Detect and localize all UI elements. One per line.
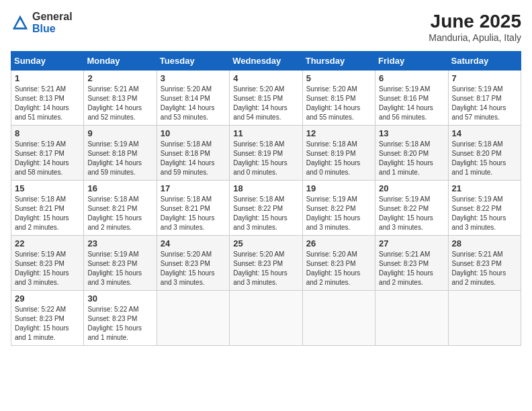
daylight-label: Daylight: 15 hours and 1 minute. xyxy=(452,159,506,176)
day-info: Sunrise: 5:18 AM Sunset: 8:22 PM Dayligh… xyxy=(233,195,298,232)
day-number: 21 xyxy=(452,183,517,193)
sunset-label: Sunset: 8:19 PM xyxy=(233,150,283,157)
day-number: 12 xyxy=(306,128,371,138)
sunrise-label: Sunrise: 5:20 AM xyxy=(161,85,212,93)
day-cell: 13 Sunrise: 5:18 AM Sunset: 8:20 PM Dayl… xyxy=(375,126,448,181)
day-info: Sunrise: 5:20 AM Sunset: 8:15 PM Dayligh… xyxy=(306,85,371,122)
day-cell: 2 Sunrise: 5:21 AM Sunset: 8:13 PM Dayli… xyxy=(84,71,157,126)
week-row-2: 8 Sunrise: 5:19 AM Sunset: 8:17 PM Dayli… xyxy=(11,126,521,181)
day-info: Sunrise: 5:19 AM Sunset: 8:22 PM Dayligh… xyxy=(452,195,517,232)
daylight-label: Daylight: 15 hours and 3 minutes. xyxy=(15,269,69,286)
sunrise-label: Sunrise: 5:19 AM xyxy=(306,195,357,203)
day-number: 27 xyxy=(379,238,444,248)
sunset-label: Sunset: 8:15 PM xyxy=(233,95,283,102)
day-cell: 18 Sunrise: 5:18 AM Sunset: 8:22 PM Dayl… xyxy=(230,181,302,236)
day-cell: 20 Sunrise: 5:19 AM Sunset: 8:22 PM Dayl… xyxy=(375,181,448,236)
daylight-label: Daylight: 14 hours and 53 minutes. xyxy=(161,104,215,121)
sunrise-label: Sunrise: 5:18 AM xyxy=(306,140,357,148)
sunset-label: Sunset: 8:18 PM xyxy=(161,150,210,157)
daylight-label: Daylight: 14 hours and 54 minutes. xyxy=(233,104,287,121)
sunset-label: Sunset: 8:21 PM xyxy=(161,205,210,212)
sunrise-label: Sunrise: 5:18 AM xyxy=(379,140,430,148)
sunset-label: Sunset: 8:17 PM xyxy=(452,95,502,102)
day-info: Sunrise: 5:19 AM Sunset: 8:22 PM Dayligh… xyxy=(379,195,444,232)
week-row-1: 1 Sunrise: 5:21 AM Sunset: 8:13 PM Dayli… xyxy=(11,71,521,126)
day-info: Sunrise: 5:20 AM Sunset: 8:23 PM Dayligh… xyxy=(233,250,298,287)
day-number: 18 xyxy=(233,183,298,193)
day-info: Sunrise: 5:18 AM Sunset: 8:18 PM Dayligh… xyxy=(161,140,226,177)
day-info: Sunrise: 5:20 AM Sunset: 8:23 PM Dayligh… xyxy=(161,250,226,287)
sunrise-label: Sunrise: 5:20 AM xyxy=(306,85,357,93)
day-number: 4 xyxy=(233,73,298,83)
day-cell: 16 Sunrise: 5:18 AM Sunset: 8:21 PM Dayl… xyxy=(84,181,157,236)
logo-blue: Blue xyxy=(32,23,56,34)
sunset-label: Sunset: 8:21 PM xyxy=(87,205,137,212)
day-number: 23 xyxy=(87,238,152,248)
day-cell xyxy=(448,291,521,346)
day-number: 2 xyxy=(87,73,152,83)
sunset-label: Sunset: 8:19 PM xyxy=(306,150,356,157)
day-header-saturday: Saturday xyxy=(448,52,521,71)
daylight-label: Daylight: 15 hours and 1 minute. xyxy=(379,159,433,176)
daylight-label: Daylight: 15 hours and 1 minute. xyxy=(15,324,69,341)
logo-general: General xyxy=(32,11,73,22)
sunset-label: Sunset: 8:23 PM xyxy=(87,260,137,267)
sunrise-label: Sunrise: 5:22 AM xyxy=(87,306,138,313)
day-header-thursday: Thursday xyxy=(302,52,375,71)
day-number: 8 xyxy=(15,128,80,138)
day-number: 19 xyxy=(306,183,371,193)
daylight-label: Daylight: 14 hours and 58 minutes. xyxy=(15,159,69,176)
day-info: Sunrise: 5:20 AM Sunset: 8:14 PM Dayligh… xyxy=(161,85,226,122)
sunrise-label: Sunrise: 5:18 AM xyxy=(452,140,503,148)
day-info: Sunrise: 5:22 AM Sunset: 8:23 PM Dayligh… xyxy=(87,305,152,342)
sunrise-label: Sunrise: 5:20 AM xyxy=(233,85,284,93)
sunset-label: Sunset: 8:14 PM xyxy=(161,95,210,102)
sunrise-label: Sunrise: 5:18 AM xyxy=(87,195,138,203)
day-cell: 25 Sunrise: 5:20 AM Sunset: 8:23 PM Dayl… xyxy=(230,236,302,291)
day-number: 3 xyxy=(161,73,226,83)
daylight-label: Daylight: 14 hours and 56 minutes. xyxy=(379,104,433,121)
sunrise-label: Sunrise: 5:19 AM xyxy=(15,250,66,258)
sunrise-label: Sunrise: 5:21 AM xyxy=(379,250,430,258)
daylight-label: Daylight: 15 hours and 0 minutes. xyxy=(306,159,361,176)
day-cell: 1 Sunrise: 5:21 AM Sunset: 8:13 PM Dayli… xyxy=(11,71,84,126)
sunset-label: Sunset: 8:23 PM xyxy=(15,315,64,322)
day-number: 22 xyxy=(15,238,80,248)
day-info: Sunrise: 5:19 AM Sunset: 8:17 PM Dayligh… xyxy=(452,85,517,122)
day-header-monday: Monday xyxy=(84,52,157,71)
sunrise-label: Sunrise: 5:18 AM xyxy=(161,140,212,148)
day-info: Sunrise: 5:21 AM Sunset: 8:13 PM Dayligh… xyxy=(15,85,80,122)
day-cell: 7 Sunrise: 5:19 AM Sunset: 8:17 PM Dayli… xyxy=(448,71,521,126)
day-info: Sunrise: 5:21 AM Sunset: 8:13 PM Dayligh… xyxy=(87,85,152,122)
day-cell: 4 Sunrise: 5:20 AM Sunset: 8:15 PM Dayli… xyxy=(230,71,302,126)
day-cell xyxy=(230,291,302,346)
daylight-label: Daylight: 15 hours and 3 minutes. xyxy=(233,269,287,286)
day-header-tuesday: Tuesday xyxy=(157,52,229,71)
sunrise-label: Sunrise: 5:21 AM xyxy=(87,85,138,93)
sunrise-label: Sunrise: 5:18 AM xyxy=(233,195,284,203)
day-cell: 28 Sunrise: 5:21 AM Sunset: 8:23 PM Dayl… xyxy=(448,236,521,291)
day-info: Sunrise: 5:22 AM Sunset: 8:23 PM Dayligh… xyxy=(15,305,80,342)
day-info: Sunrise: 5:18 AM Sunset: 8:19 PM Dayligh… xyxy=(233,140,298,177)
day-cell xyxy=(375,291,448,346)
calendar-table: SundayMondayTuesdayWednesdayThursdayFrid… xyxy=(11,51,521,346)
day-number: 9 xyxy=(87,128,152,138)
daylight-label: Daylight: 14 hours and 59 minutes. xyxy=(87,159,142,176)
day-number: 14 xyxy=(452,128,517,138)
day-info: Sunrise: 5:19 AM Sunset: 8:16 PM Dayligh… xyxy=(379,85,444,122)
day-number: 7 xyxy=(452,73,517,83)
day-header-friday: Friday xyxy=(375,52,448,71)
daylight-label: Daylight: 15 hours and 3 minutes. xyxy=(452,214,506,231)
day-info: Sunrise: 5:21 AM Sunset: 8:23 PM Dayligh… xyxy=(379,250,444,287)
week-row-5: 29 Sunrise: 5:22 AM Sunset: 8:23 PM Dayl… xyxy=(11,291,521,346)
day-number: 1 xyxy=(15,73,80,83)
sunrise-label: Sunrise: 5:22 AM xyxy=(15,306,66,313)
day-cell: 9 Sunrise: 5:19 AM Sunset: 8:18 PM Dayli… xyxy=(84,126,157,181)
day-info: Sunrise: 5:21 AM Sunset: 8:23 PM Dayligh… xyxy=(452,250,517,287)
day-cell: 26 Sunrise: 5:20 AM Sunset: 8:23 PM Dayl… xyxy=(302,236,375,291)
day-number: 30 xyxy=(87,293,152,304)
day-number: 24 xyxy=(161,238,226,248)
sunrise-label: Sunrise: 5:19 AM xyxy=(87,250,138,258)
daylight-label: Daylight: 15 hours and 0 minutes. xyxy=(233,159,287,176)
daylight-label: Daylight: 14 hours and 51 minutes. xyxy=(15,104,69,121)
